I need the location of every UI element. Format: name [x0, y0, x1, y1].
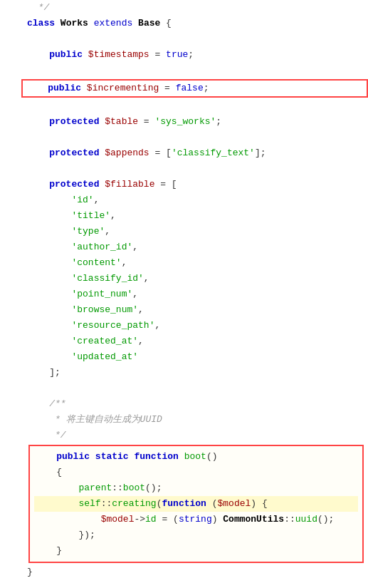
code-line: }	[0, 564, 368, 580]
code-line: 'content',	[0, 255, 368, 271]
code-line: ];	[0, 365, 368, 381]
code-line: * 将主键自动生成为UUID	[0, 412, 368, 428]
boot-function-block: public static function boot() { parent::…	[28, 445, 364, 563]
code-line: 'type',	[0, 224, 368, 239]
code-line: 'id',	[0, 192, 368, 208]
code-line: 'created_at',	[0, 334, 368, 349]
code-line: protected $appends = ['classify_text'];	[0, 145, 368, 161]
code-line: 'resource_path',	[0, 318, 368, 334]
code-line: 'title',	[0, 208, 368, 224]
code-line: */	[0, 428, 368, 443]
code-line: 'classify_id',	[0, 271, 368, 287]
code-line: 'point_num',	[0, 287, 368, 302]
code-line: });	[34, 527, 358, 543]
code-line: class Works extends Base {	[0, 16, 368, 31]
code-line: /**	[0, 396, 368, 412]
code-line	[0, 130, 368, 145]
code-line	[0, 98, 368, 114]
code-line	[0, 381, 368, 396]
code-editor: */ class Works extends Base { public $ti…	[0, 0, 368, 588]
code-line: 'browse_num',	[0, 302, 368, 318]
code-line	[0, 63, 368, 78]
code-line: public static function boot()	[34, 449, 358, 465]
code-line: self::creating(function ($model) {	[34, 496, 358, 512]
code-line	[0, 161, 368, 177]
code-line: parent::boot();	[34, 480, 358, 496]
code-line	[0, 31, 368, 47]
code-line: */	[0, 0, 368, 16]
code-line: $model->id = (string) CommonUtils::uuid(…	[34, 512, 358, 527]
code-line: 'updated_at'	[0, 349, 368, 365]
incrementing-line: public $incrementing = false;	[0, 78, 368, 98]
code-line: protected $table = 'sys_works';	[0, 114, 368, 130]
code-line: }	[34, 543, 358, 559]
code-line: 'author_id',	[0, 239, 368, 255]
code-line: {	[34, 465, 358, 480]
code-line: protected $fillable = [	[0, 177, 368, 192]
code-line: public $timestamps = true;	[0, 47, 368, 63]
